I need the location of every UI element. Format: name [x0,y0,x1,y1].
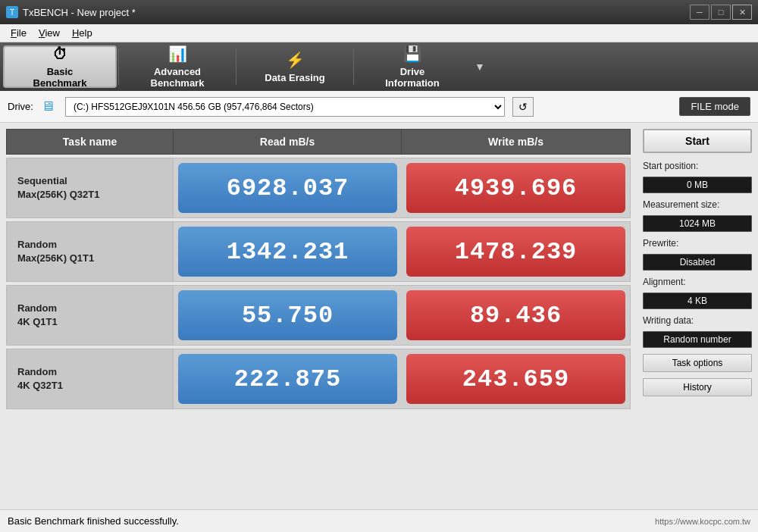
statusbar-url: https://www.kocpc.com.tw [655,517,750,526]
toolbar-drive-information[interactable]: 💾 DriveInformation [356,45,469,88]
toolbar-more[interactable]: ▼ [471,45,489,88]
table-row: RandomMax(256K) Q1T1 1342.231 1478.239 [6,221,631,282]
benchmark-area: Task name Read mB/s Write mB/s Sequentia… [0,123,637,509]
measurement-size-value: 1024 MB [643,215,752,232]
toolbar-separator-1 [118,49,119,85]
col-write: Write mB/s [402,130,630,154]
table-row: SequentialMax(256K) Q32T1 6928.037 4939.… [6,158,631,218]
menu-file[interactable]: File [5,26,33,40]
col-read: Read mB/s [174,130,402,154]
row-1-read: 6928.037 [178,163,397,213]
row-4-write: 243.659 [406,354,625,404]
drive-icon: 🖥 [41,99,55,114]
file-mode-button[interactable]: FILE mode [679,97,750,116]
history-button[interactable]: History [643,378,752,396]
start-position-value: 0 MB [643,177,752,193]
basic-benchmark-icon: ⏱ [52,45,67,63]
start-button[interactable]: Start [643,129,752,153]
data-erasing-icon: ⚡ [286,51,305,69]
advanced-benchmark-icon: 📊 [168,45,187,63]
col-task-name: Task name [7,130,174,154]
alignment-value: 4 KB [643,293,752,309]
menu-help[interactable]: Help [66,26,99,40]
menu-view[interactable]: View [33,26,66,40]
alignment-label: Alignment: [643,277,752,287]
minimize-button[interactable]: ─ [690,5,709,20]
drive-label: Drive: [8,101,33,112]
toolbar-data-erasing-label: Data Erasing [265,72,324,83]
table-row: Random4K Q32T1 222.875 243.659 [6,349,631,409]
titlebar: T TxBENCH - New project * ─ □ ✕ [0,0,758,24]
app-icon: T [6,6,18,18]
row-3-label: Random4K Q1T1 [7,286,174,345]
prewrite-value: Disabled [643,254,752,271]
row-2-label: RandomMax(256K) Q1T1 [7,222,174,281]
drive-bar: Drive: 🖥 (C:) HFS512GEJ9X101N 456.56 GB … [0,91,758,123]
toolbar-data-erasing[interactable]: ⚡ Data Erasing [238,45,352,88]
window-title: TxBENCH - New project * [23,7,690,18]
row-3-read: 55.750 [178,290,397,340]
start-position-label: Start position: [643,161,752,171]
row-4-label: Random4K Q32T1 [7,349,174,408]
writing-data-value: Random number [643,331,752,348]
close-button[interactable]: ✕ [732,5,752,20]
row-1-label: SequentialMax(256K) Q32T1 [7,158,174,217]
toolbar-separator-2 [236,49,236,85]
row-2-write: 1478.239 [406,227,625,277]
table-row: Random4K Q1T1 55.750 89.436 [6,285,631,346]
toolbar-basic-benchmark-label: BasicBenchmark [33,66,87,89]
task-options-button[interactable]: Task options [643,354,752,372]
drive-information-icon: 💾 [403,45,422,63]
window-controls: ─ □ ✕ [690,5,752,20]
maximize-button[interactable]: □ [711,5,731,20]
toolbar-advanced-benchmark-label: AdvancedBenchmark [151,66,205,89]
row-3-write: 89.436 [406,290,625,340]
toolbar-drive-information-label: DriveInformation [385,66,440,89]
right-panel: Start Start position: 0 MB Measurement s… [637,123,758,509]
row-4-read: 222.875 [178,354,397,404]
measurement-size-label: Measurement size: [643,199,752,210]
bench-table-header: Task name Read mB/s Write mB/s [6,129,631,155]
refresh-icon: ↺ [518,101,528,113]
drive-select[interactable]: (C:) HFS512GEJ9X101N 456.56 GB (957,476,… [65,97,505,117]
toolbar-separator-3 [353,49,354,85]
main-area: Task name Read mB/s Write mB/s Sequentia… [0,123,758,509]
row-2-read: 1342.231 [178,227,397,277]
writing-data-label: Writing data: [643,315,752,326]
toolbar-advanced-benchmark[interactable]: 📊 AdvancedBenchmark [121,45,234,88]
statusbar: Basic Benchmark finished successfully. h… [0,509,758,532]
prewrite-label: Prewrite: [643,238,752,249]
toolbar: ⏱ BasicBenchmark 📊 AdvancedBenchmark ⚡ D… [0,42,758,91]
toolbar-basic-benchmark[interactable]: ⏱ BasicBenchmark [3,45,117,88]
row-1-write: 4939.696 [406,163,625,213]
menubar: File View Help [0,24,758,42]
drive-refresh-button[interactable]: ↺ [512,97,534,117]
status-message: Basic Benchmark finished successfully. [8,515,179,527]
